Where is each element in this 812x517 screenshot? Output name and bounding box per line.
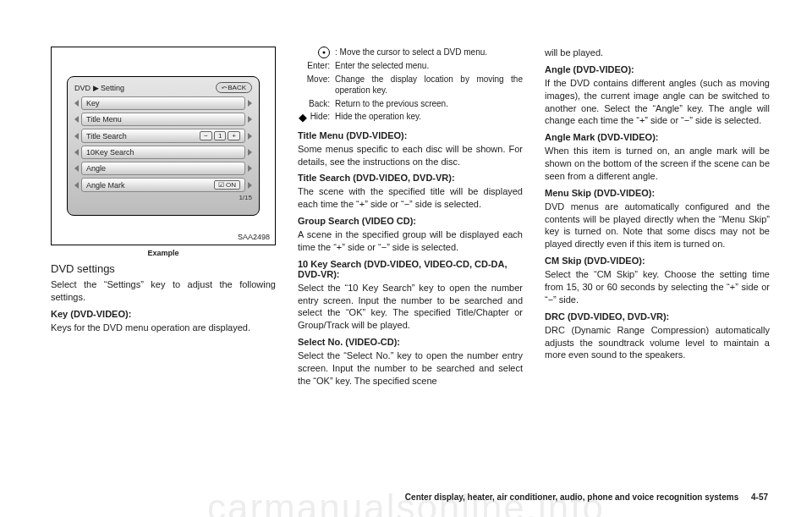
legend-desc: Hide the operation key. [335,111,523,123]
legend-key: Move: [298,74,330,96]
column-3: will be played. Angle (DVD-VIDEO): If th… [545,47,770,393]
minus-button[interactable]: − [200,131,212,140]
body-text: The scene with the specified title will … [298,185,523,211]
menu-item-angle[interactable]: Angle [74,162,252,175]
screen-topbar: DVD ▶ Setting ⤺BACK [74,82,252,93]
legend-desc: Change the display location by moving th… [335,74,523,96]
legend-table: : Move the cursor to select a DVD menu. … [298,47,523,124]
body-text: Select the “CM Skip” key. Choose the set… [545,268,770,306]
legend-desc: Return to the previous screen. [335,98,523,110]
item-heading: Title Search (DVD-VIDEO, DVD-VR): [298,173,523,183]
chevron-right-icon [248,100,252,107]
menu-item-title-menu[interactable]: Title Menu [74,113,252,126]
chevron-left-icon [74,133,79,140]
body-text: will be played. [545,47,770,59]
menu-item-title-search[interactable]: Title Search − 1 + [74,129,252,143]
chevron-right-icon [248,165,252,172]
chevron-right-icon [248,116,252,123]
menu-item-label: Title Search [86,132,127,140]
figure-caption: Example [51,249,276,257]
section-heading: DVD settings [51,262,276,275]
item-heading: Select No. (VIDEO-CD): [298,337,523,347]
body-text: When this item is turned on, an angle ma… [545,145,770,183]
body-text: Select the “Settings” key to adjust the … [51,278,276,304]
menu-item-angle-mark[interactable]: Angle Mark ☑ ON [74,178,252,192]
cursor-icon [318,47,330,58]
item-heading: 10 Key Search (DVD-VIDEO, VIDEO-CD, CD-D… [298,259,523,279]
menu-item-label: 10Key Search [86,148,134,157]
item-heading: Title Menu (DVD-VIDEO): [298,130,523,140]
legend-key: Hide: [298,111,330,123]
legend-key: Back: [298,98,330,110]
page-counter: 1/15 [74,194,252,201]
dvd-settings-screen: DVD ▶ Setting ⤺BACK Key Title Menu [67,76,260,216]
item-heading: Group Search (VIDEO CD): [298,216,523,226]
item-heading: CM Skip (DVD-VIDEO): [545,256,770,266]
item-heading: Angle (DVD-VIDEO): [545,64,770,74]
body-text: Keys for the DVD menu operation are disp… [51,322,276,334]
figure-box: DVD ▶ Setting ⤺BACK Key Title Menu [51,47,276,245]
menu-item-label: Angle [86,164,106,173]
legend-key [298,47,330,58]
menu-item-10key[interactable]: 10Key Search [74,146,252,159]
item-heading: Angle Mark (DVD-VIDEO): [545,132,770,142]
menu-item-label: Angle Mark [86,181,125,190]
body-text: If the DVD contains different angles (su… [545,77,770,127]
chevron-left-icon [74,149,79,156]
body-text: DVD menus are automatically configured a… [545,201,770,250]
chevron-left-icon [74,165,79,172]
legend-desc: Enter the selected menu. [335,60,523,72]
item-heading: Menu Skip (DVD-VIDEO): [545,188,770,198]
on-toggle[interactable]: ☑ ON [214,180,240,190]
chevron-left-icon [74,100,79,107]
page-footer: Center display, heater, air conditioner,… [405,492,768,502]
menu-item-label: Title Menu [86,115,122,124]
arrows-icon [299,112,310,124]
watermark: carmanualsonline.info [0,487,812,517]
plus-button[interactable]: + [228,131,240,140]
item-heading: Key (DVD-VIDEO): [51,309,276,319]
legend-key: Enter: [298,60,330,72]
menu-item-key[interactable]: Key [74,96,252,110]
legend-desc: : Move the cursor to select a DVD menu. [335,47,523,58]
breadcrumb: DVD ▶ Setting [74,84,124,92]
chevron-right-icon [248,149,252,156]
menu-list: Key Title Menu Title Search − [74,96,252,192]
page-content: DVD ▶ Setting ⤺BACK Key Title Menu [0,0,812,410]
chevron-left-icon [74,182,79,189]
figure-code: SAA2498 [238,233,270,241]
footer-page-number: 4-57 [751,492,768,502]
body-text: Some menus specific to each disc will be… [298,143,523,168]
column-2: : Move the cursor to select a DVD menu. … [298,47,523,393]
menu-item-label: Key [86,99,100,107]
chevron-right-icon [248,182,252,189]
column-1: DVD ▶ Setting ⤺BACK Key Title Menu [51,47,276,393]
body-text: Select the “Select No.” key to open the … [298,349,523,388]
item-heading: DRC (DVD-VIDEO, DVD-VR): [545,311,770,322]
chevron-right-icon [248,133,252,140]
body-text: A scene in the specified group will be d… [298,228,523,254]
body-text: DRC (Dynamic Range Compression) automati… [545,324,770,362]
footer-section: Center display, heater, air conditioner,… [405,492,738,502]
body-text: Select the “10 Key Search” key to open t… [298,282,523,332]
chevron-left-icon [74,116,79,123]
back-button[interactable]: ⤺BACK [216,82,252,93]
stepper-value: 1 [214,131,226,140]
stepper[interactable]: − 1 + [200,131,240,140]
